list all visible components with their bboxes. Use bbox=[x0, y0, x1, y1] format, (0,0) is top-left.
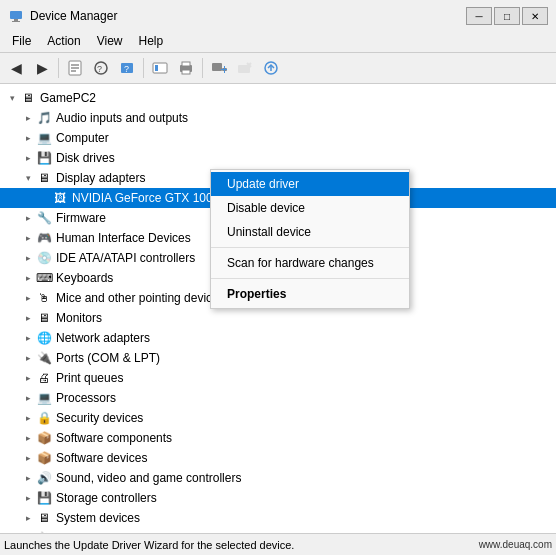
svg-rect-1 bbox=[14, 19, 18, 21]
tree-item[interactable]: 💾Disk drives bbox=[0, 148, 556, 168]
update-button[interactable] bbox=[259, 56, 283, 80]
context-menu: Update driverDisable deviceUninstall dev… bbox=[210, 169, 410, 309]
tree-item-label: Computer bbox=[56, 131, 109, 145]
context-menu-item-uninstall-device[interactable]: Uninstall device bbox=[211, 220, 409, 244]
tree-item-label: Software devices bbox=[56, 451, 147, 465]
tree-item[interactable]: 🔌Ports (COM & LPT) bbox=[0, 348, 556, 368]
sound-icon: 🔊 bbox=[36, 470, 52, 486]
main-content: 🖥GamePC2🎵Audio inputs and outputs💻Comput… bbox=[0, 84, 556, 533]
status-text: Launches the Update Driver Wizard for th… bbox=[4, 539, 479, 551]
expander-icon bbox=[20, 110, 36, 126]
disk-icon: 💾 bbox=[36, 150, 52, 166]
minimize-button[interactable]: ─ bbox=[466, 7, 492, 25]
scan-button[interactable] bbox=[148, 56, 172, 80]
tree-item-label: Processors bbox=[56, 391, 116, 405]
tree-item-label: NVIDIA GeForce GTX 1000 bbox=[72, 191, 219, 205]
svg-rect-19 bbox=[221, 69, 227, 70]
context-menu-item-scan-changes[interactable]: Scan for hardware changes bbox=[211, 251, 409, 275]
security-icon: 🔒 bbox=[36, 410, 52, 426]
menu-bar: File Action View Help bbox=[0, 30, 556, 52]
expander-icon bbox=[20, 250, 36, 266]
tree-item[interactable]: 💻Processors bbox=[0, 388, 556, 408]
tree-item[interactable]: 🌐Network adapters bbox=[0, 328, 556, 348]
storage-icon: 💾 bbox=[36, 490, 52, 506]
tree-item-label: Keyboards bbox=[56, 271, 113, 285]
gpu-icon: 🖼 bbox=[52, 190, 68, 206]
menu-view[interactable]: View bbox=[89, 32, 131, 50]
tree-item[interactable]: 🔌Universal Serial Bus controllers bbox=[0, 528, 556, 533]
svg-rect-14 bbox=[182, 62, 190, 66]
svg-rect-0 bbox=[10, 11, 22, 19]
expander-icon bbox=[20, 130, 36, 146]
tree-item-label: System devices bbox=[56, 511, 140, 525]
print-icon: 🖨 bbox=[36, 370, 52, 386]
window-title: Device Manager bbox=[30, 9, 466, 23]
expander-icon bbox=[20, 210, 36, 226]
tree-item[interactable]: 🔒Security devices bbox=[0, 408, 556, 428]
tree-item[interactable]: 🖥Monitors bbox=[0, 308, 556, 328]
context-menu-item-properties[interactable]: Properties bbox=[211, 282, 409, 306]
back-button[interactable]: ◀ bbox=[4, 56, 28, 80]
window-controls: ─ □ ✕ bbox=[466, 7, 548, 25]
tree-item[interactable]: 🔊Sound, video and game controllers bbox=[0, 468, 556, 488]
print-button[interactable] bbox=[174, 56, 198, 80]
svg-rect-16 bbox=[212, 63, 222, 71]
expander-icon bbox=[20, 150, 36, 166]
expander-icon bbox=[20, 170, 36, 186]
expander-icon bbox=[20, 230, 36, 246]
context-menu-item-disable-device[interactable]: Disable device bbox=[211, 196, 409, 220]
cpu-icon: 💻 bbox=[36, 390, 52, 406]
properties-button[interactable] bbox=[63, 56, 87, 80]
tree-item[interactable]: 💻Computer bbox=[0, 128, 556, 148]
tree-item[interactable]: 📦Software components bbox=[0, 428, 556, 448]
expander-icon bbox=[20, 370, 36, 386]
add-device-button[interactable] bbox=[207, 56, 231, 80]
tree-item-label: Audio inputs and outputs bbox=[56, 111, 188, 125]
context-menu-item-update-driver[interactable]: Update driver bbox=[211, 172, 409, 196]
remove-device-button[interactable] bbox=[233, 56, 257, 80]
monitor-icon: 🖥 bbox=[36, 170, 52, 186]
context-menu-separator bbox=[211, 278, 409, 279]
expander-icon bbox=[36, 190, 52, 206]
tree-item-label: Ports (COM & LPT) bbox=[56, 351, 160, 365]
forward-button[interactable]: ▶ bbox=[30, 56, 54, 80]
expander-icon bbox=[20, 470, 36, 486]
sw-icon: 📦 bbox=[36, 450, 52, 466]
tree-item[interactable]: 💾Storage controllers bbox=[0, 488, 556, 508]
tree-item-label: Disk drives bbox=[56, 151, 115, 165]
tree-item[interactable]: 🖨Print queues bbox=[0, 368, 556, 388]
tree-item[interactable]: 🎵Audio inputs and outputs bbox=[0, 108, 556, 128]
cpu-icon: 💻 bbox=[36, 130, 52, 146]
svg-rect-2 bbox=[12, 21, 20, 22]
expander-icon bbox=[20, 390, 36, 406]
tree-item-label: Mice and other pointing devices bbox=[56, 291, 225, 305]
maximize-button[interactable]: □ bbox=[494, 7, 520, 25]
update-driver-button[interactable]: ? bbox=[89, 56, 113, 80]
tree-item[interactable]: 🖥System devices bbox=[0, 508, 556, 528]
tree-item-label: Storage controllers bbox=[56, 491, 157, 505]
menu-help[interactable]: Help bbox=[131, 32, 172, 50]
expander-icon bbox=[20, 270, 36, 286]
firmware-icon: 🔧 bbox=[36, 210, 52, 226]
expander-icon bbox=[20, 450, 36, 466]
ports-icon: 🔌 bbox=[36, 350, 52, 366]
menu-file[interactable]: File bbox=[4, 32, 39, 50]
status-url: www.deuaq.com bbox=[479, 539, 552, 550]
toolbar-sep-1 bbox=[58, 58, 59, 78]
tree-item-label: Network adapters bbox=[56, 331, 150, 345]
menu-action[interactable]: Action bbox=[39, 32, 88, 50]
svg-text:?: ? bbox=[124, 64, 129, 74]
keyboard-icon: ⌨ bbox=[36, 270, 52, 286]
help-button[interactable]: ? bbox=[115, 56, 139, 80]
computer-icon: 🖥 bbox=[20, 90, 36, 106]
ide-icon: 💿 bbox=[36, 250, 52, 266]
expander-icon bbox=[20, 490, 36, 506]
svg-rect-12 bbox=[155, 65, 158, 71]
usb-icon: 🔌 bbox=[36, 530, 52, 533]
tree-item[interactable]: 📦Software devices bbox=[0, 448, 556, 468]
tree-item-label: Firmware bbox=[56, 211, 106, 225]
close-button[interactable]: ✕ bbox=[522, 7, 548, 25]
toolbar-sep-2 bbox=[143, 58, 144, 78]
audio-icon: 🎵 bbox=[36, 110, 52, 126]
tree-item[interactable]: 🖥GamePC2 bbox=[0, 88, 556, 108]
